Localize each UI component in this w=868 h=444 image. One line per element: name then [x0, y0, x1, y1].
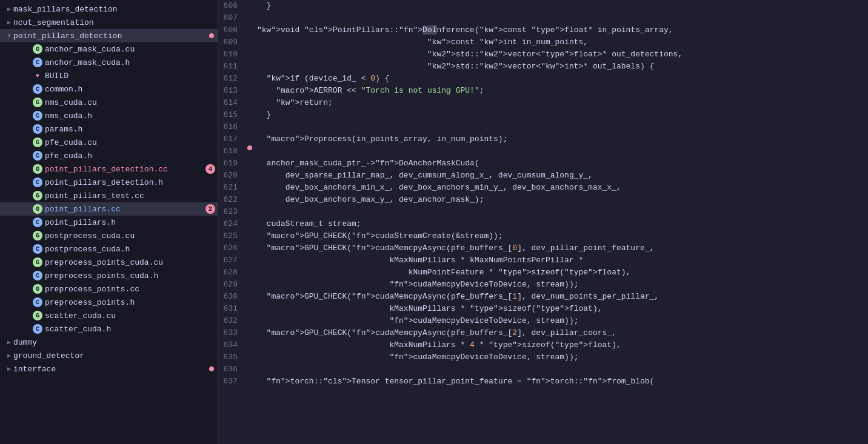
code-content: anchor_mask_cuda_ptr_->"fn">DoAnchorMask… — [252, 157, 868, 170]
chevron-icon: ▶ — [5, 352, 13, 359]
line-number: 615 — [218, 109, 247, 121]
line-number: 635 — [218, 351, 247, 363]
code-content: kNumPointFeature * "type">sizeof("type">… — [252, 267, 868, 279]
sidebar-item-point_pillars_detection.cc[interactable]: Gpoint_pillars_detection.cc4 — [0, 162, 218, 176]
chevron-icon: ▶ — [5, 365, 13, 373]
file-icon-c: C — [33, 58, 42, 67]
sidebar-item-point_pillars.h[interactable]: Cpoint_pillars.h — [0, 216, 218, 229]
line-number: 637 — [218, 376, 247, 388]
code-content: dev_sparse_pillar_map_, dev_cumsum_along… — [252, 170, 868, 182]
folder-label: ncut_segmentation — [13, 18, 218, 27]
file-icon-c: C — [33, 84, 42, 94]
file-label: common.h — [45, 85, 218, 94]
sidebar-item-common.h[interactable]: Ccommon.h — [0, 82, 218, 96]
file-icon-g: G — [33, 231, 42, 240]
file-label: anchor_mask_cuda.h — [45, 58, 218, 67]
sidebar-item-point_pillars.cc[interactable]: Gpoint_pillars.cc2 — [0, 202, 218, 216]
file-tree: ▶mask_pillars_detection▶ncut_segmentatio… — [0, 0, 218, 444]
line-number: 626 — [218, 242, 247, 254]
file-label: preprocess_points_cuda.h — [45, 271, 218, 280]
sidebar-item-pfe_cuda.cu[interactable]: Gpfe_cuda.cu — [0, 136, 218, 149]
file-icon: ♥ — [33, 71, 42, 81]
file-icon-g: G — [33, 284, 42, 294]
sidebar-item-postprocess_cuda.h[interactable]: Cpostprocess_cuda.h — [0, 242, 218, 256]
code-line: 615 } — [218, 109, 868, 121]
sidebar-item-postprocess_cuda.cu[interactable]: Gpostprocess_cuda.cu — [0, 229, 218, 242]
sidebar-item-nms_cuda.cu[interactable]: Gnms_cuda.cu — [0, 96, 218, 109]
file-label: nms_cuda.h — [45, 111, 218, 121]
sidebar-item-anchor_mask_cuda.cu[interactable]: Ganchor_mask_cuda.cu — [0, 42, 218, 56]
file-label: pfe_cuda.h — [45, 151, 218, 161]
line-number: 614 — [218, 97, 247, 109]
code-content: "fn">cudaMemcpyDeviceToDevice, stream)); — [252, 315, 868, 327]
sidebar-item-params.h[interactable]: Cparams.h — [0, 122, 218, 136]
file-icon-c: C — [33, 111, 42, 121]
file-icon-c: C — [33, 177, 42, 187]
code-line: 617 "macro">Preprocess(in_points_array, … — [218, 133, 868, 145]
sidebar-item-preprocess_points.cc[interactable]: Gpreprocess_points.cc — [0, 282, 218, 296]
code-content: } — [252, 0, 868, 12]
code-content — [252, 363, 868, 376]
code-content: "kw">if (device_id_ < 0) { — [252, 73, 868, 85]
file-label: point_pillars.cc — [45, 205, 205, 214]
sidebar-item-anchor_mask_cuda.h[interactable]: Canchor_mask_cuda.h — [0, 56, 218, 69]
code-line: 625 "macro">GPU_CHECK("fn">cudaStreamCre… — [218, 230, 868, 242]
code-content: "macro">Preprocess(in_points_array, in_n… — [252, 133, 868, 145]
code-content: dev_box_anchors_max_y_, dev_anchor_mask_… — [252, 194, 868, 206]
sidebar-item-preprocess_points_cuda.cu[interactable]: Gpreprocess_points_cuda.cu — [0, 256, 218, 269]
code-content — [252, 206, 868, 218]
file-icon-c: C — [33, 324, 42, 334]
sidebar-item-pfe_cuda.h[interactable]: Cpfe_cuda.h — [0, 149, 218, 162]
line-number: 621 — [218, 182, 247, 194]
sidebar-item-interface[interactable]: ▶interface — [0, 362, 218, 376]
file-icon-c: C — [33, 124, 42, 134]
sidebar-item-ground_detector[interactable]: ▶ground_detector — [0, 349, 218, 362]
code-line: 635 "fn">cudaMemcpyDeviceToDevice, strea… — [218, 351, 868, 363]
file-label: BUILD — [45, 71, 218, 81]
line-number: 617 — [218, 133, 247, 145]
file-icon-g: G — [33, 44, 42, 54]
file-label: point_pillars_detection.h — [45, 178, 218, 187]
sidebar-item-point_pillars_detection[interactable]: ▼point_pillars_detection — [0, 29, 218, 42]
folder-label: interface — [13, 365, 209, 374]
line-number: 609 — [218, 36, 247, 48]
line-number: 624 — [218, 218, 247, 230]
code-line: 611 "kw2">std::"kw2">vector<"kw">int>* o… — [218, 61, 868, 73]
sidebar-item-scatter_cuda.cu[interactable]: Gscatter_cuda.cu — [0, 309, 218, 322]
file-icon-g: G — [33, 311, 42, 320]
code-line: 630 "macro">GPU_CHECK("fn">cudaMemcpyAsy… — [218, 291, 868, 303]
line-number: 620 — [218, 170, 247, 182]
code-line: 636 — [218, 363, 868, 376]
code-content: "macro">GPU_CHECK("fn">cudaMemcpyAsync(p… — [252, 327, 868, 339]
code-line: 637 "fn">torch::"cls">Tensor tensor_pill… — [218, 376, 868, 388]
code-line: 612 "kw">if (device_id_ < 0) { — [218, 73, 868, 85]
code-content: } — [252, 109, 868, 121]
sidebar-item-preprocess_points.h[interactable]: Cpreprocess_points.h — [0, 296, 218, 309]
line-number: 632 — [218, 315, 247, 327]
sidebar-item-ncut_segmentation[interactable]: ▶ncut_segmentation — [0, 16, 218, 29]
line-number: 631 — [218, 303, 247, 315]
code-line: 624 cudaStream_t stream; — [218, 218, 868, 230]
code-editor: 606 }607 608"kw">void "cls">PointPillars… — [218, 0, 868, 444]
sidebar-item-BUILD[interactable]: ♥BUILD — [0, 69, 218, 82]
line-number: 619 — [218, 157, 247, 170]
sidebar-item-dummy[interactable]: ▶dummy — [0, 336, 218, 349]
code-line: 632 "fn">cudaMemcpyDeviceToDevice, strea… — [218, 315, 868, 327]
sidebar-item-point_pillars_detection.h[interactable]: Cpoint_pillars_detection.h — [0, 176, 218, 189]
line-number: 622 — [218, 194, 247, 206]
code-content: "macro">AERROR << "Torch is not using GP… — [252, 85, 868, 97]
code-line: 621 dev_box_anchors_min_x_, dev_box_anch… — [218, 182, 868, 194]
sidebar-item-preprocess_points_cuda.h[interactable]: Cpreprocess_points_cuda.h — [0, 269, 218, 282]
code-content: "kw2">std::"kw2">vector<"kw">int>* out_l… — [252, 61, 868, 73]
file-label: scatter_cuda.cu — [45, 311, 218, 320]
line-number: 630 — [218, 291, 247, 303]
code-line: 627 kMaxNumPillars * kMaxNumPointsPerPil… — [218, 254, 868, 267]
sidebar-item-mask_pillars_detection[interactable]: ▶mask_pillars_detection — [0, 2, 218, 16]
chevron-icon: ▶ — [5, 5, 13, 13]
sidebar-item-point_pillars_test.cc[interactable]: Gpoint_pillars_test.cc — [0, 189, 218, 202]
sidebar-item-nms_cuda.h[interactable]: Cnms_cuda.h — [0, 109, 218, 122]
file-icon-g: G — [33, 98, 42, 107]
file-icon-g: G — [33, 191, 42, 200]
file-icon-g: G — [33, 257, 42, 267]
sidebar-item-scatter_cuda.h[interactable]: Cscatter_cuda.h — [0, 322, 218, 336]
